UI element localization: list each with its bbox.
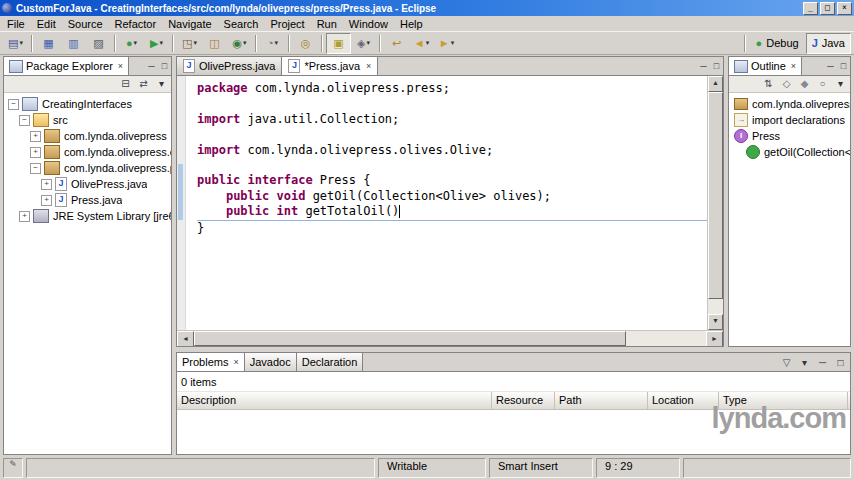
tab-olivepress-java[interactable]: JOlivePress.java: [177, 57, 282, 75]
open-task-button[interactable]: ◔▾: [260, 33, 285, 54]
tree-item[interactable]: +JPress.java: [4, 192, 171, 208]
menu-edit[interactable]: Edit: [31, 17, 62, 31]
editor-vertical-scrollbar[interactable]: ▲ ▼: [707, 76, 723, 330]
close-icon[interactable]: ×: [366, 61, 371, 71]
scroll-left-icon[interactable]: ◄: [177, 331, 194, 347]
expander-icon[interactable]: −: [30, 163, 41, 174]
maximize-view-icon[interactable]: □: [710, 61, 723, 71]
print-button[interactable]: ▨: [86, 33, 111, 54]
tree-item[interactable]: −CreatingInterfaces: [4, 96, 171, 112]
menu-run[interactable]: Run: [311, 17, 343, 31]
minimize-view-icon[interactable]: ─: [824, 61, 837, 71]
tab--press-java[interactable]: J*Press.java×: [282, 57, 378, 75]
save-button[interactable]: ▦: [36, 33, 61, 54]
code-line[interactable]: [197, 96, 707, 111]
expander-icon[interactable]: +: [30, 131, 41, 142]
expander-icon[interactable]: +: [41, 195, 52, 206]
hide-non-public-icon[interactable]: ○: [815, 77, 830, 91]
close-window-icon[interactable]: ×: [837, 2, 852, 15]
minimize-view-icon[interactable]: ─: [697, 61, 710, 71]
tab-declaration[interactable]: Declaration: [297, 353, 364, 371]
tab-problems[interactable]: Problems×: [177, 353, 245, 371]
code-line[interactable]: public interface Press {: [197, 173, 707, 188]
expander-icon[interactable]: −: [8, 99, 19, 110]
menu-window[interactable]: Window: [343, 17, 394, 31]
filter-icon[interactable]: ▽: [779, 356, 794, 370]
forward-button[interactable]: ►▾: [434, 33, 459, 54]
outline-tree[interactable]: com.lynda.olivepress.press→import declar…: [729, 93, 850, 346]
view-menu-icon[interactable]: ▾: [154, 77, 169, 91]
maximize-view-icon[interactable]: □: [837, 61, 850, 71]
package-explorer-tab[interactable]: Package Explorer ×: [4, 57, 129, 75]
maximize-view-icon[interactable]: □: [158, 61, 171, 71]
code-line[interactable]: import com.lynda.olivepress.olives.Olive…: [197, 143, 707, 158]
expander-icon[interactable]: +: [19, 211, 30, 222]
minimize-view-icon[interactable]: ─: [145, 61, 158, 71]
column-header-path[interactable]: Path: [555, 392, 648, 409]
new-wizard-button[interactable]: ▤▾: [3, 33, 28, 54]
java-perspective-button[interactable]: JJava: [806, 33, 851, 54]
collapse-all-icon[interactable]: ⊟: [118, 77, 133, 91]
expander-icon[interactable]: −: [19, 115, 30, 126]
editor-horizontal-scrollbar[interactable]: ◄ ►: [177, 330, 723, 346]
scrollbar-thumb[interactable]: [708, 92, 723, 299]
code-line[interactable]: [197, 158, 707, 173]
new-java-project-button[interactable]: ◳▾: [177, 33, 202, 54]
maximize-icon[interactable]: □: [833, 356, 848, 370]
code-line[interactable]: [197, 127, 707, 142]
outline-tab[interactable]: Outline ×: [729, 57, 802, 75]
outline-item[interactable]: getOil(Collection<Olive> olives): [729, 144, 850, 160]
close-icon[interactable]: ×: [118, 61, 123, 71]
menu-refactor[interactable]: Refactor: [109, 17, 163, 31]
menu-help[interactable]: Help: [394, 17, 429, 31]
tree-item[interactable]: +com.lynda.olivepress: [4, 128, 171, 144]
annotation-ruler[interactable]: [177, 76, 186, 330]
new-class-button[interactable]: ◉▾: [227, 33, 252, 54]
save-all-button[interactable]: ▥: [61, 33, 86, 54]
tree-item[interactable]: +JOlivePress.java: [4, 176, 171, 192]
scrollbar-thumb[interactable]: [194, 331, 626, 346]
expander-icon[interactable]: +: [41, 179, 52, 190]
menu-project[interactable]: Project: [264, 17, 310, 31]
scrollbar-track[interactable]: [626, 331, 706, 346]
run-button[interactable]: ▶▾: [144, 33, 169, 54]
close-icon[interactable]: ×: [233, 357, 238, 367]
menu-file[interactable]: File: [1, 17, 31, 31]
outline-item[interactable]: →import declarations: [729, 112, 850, 128]
column-header-location[interactable]: Location: [648, 392, 719, 409]
link-with-editor-icon[interactable]: ⇄: [136, 77, 151, 91]
search-button[interactable]: ◎: [293, 33, 318, 54]
tree-item[interactable]: +com.lynda.olivepress.olives: [4, 144, 171, 160]
new-package-button[interactable]: ◫: [202, 33, 227, 54]
title-bar[interactable]: CustomForJava - CreatingInterfaces/src/c…: [0, 0, 854, 16]
scroll-right-icon[interactable]: ►: [706, 331, 723, 347]
code-line[interactable]: public int getTotalOil(): [197, 204, 707, 220]
code-area[interactable]: package com.lynda.olivepress.press;impor…: [186, 76, 707, 330]
scrollbar-track[interactable]: [708, 299, 723, 314]
debug-button[interactable]: ●▾: [119, 33, 144, 54]
menu-search[interactable]: Search: [218, 17, 265, 31]
minimize-icon[interactable]: ─: [815, 356, 830, 370]
package-tree[interactable]: −CreatingInterfaces−src+com.lynda.olivep…: [4, 93, 171, 454]
menu-source[interactable]: Source: [62, 17, 109, 31]
code-line[interactable]: }: [197, 221, 707, 236]
tree-item[interactable]: +JRE System Library [jre6]: [4, 208, 171, 224]
maximize-window-icon[interactable]: □: [820, 2, 835, 15]
debug-perspective-button[interactable]: ●Debug: [750, 33, 805, 54]
outline-item[interactable]: com.lynda.olivepress.press: [729, 96, 850, 112]
outline-item[interactable]: IPress: [729, 128, 850, 144]
view-menu-icon[interactable]: ▾: [797, 356, 812, 370]
mark-occurrences-button[interactable]: ▣: [326, 33, 351, 54]
scroll-up-icon[interactable]: ▲: [708, 76, 723, 92]
tab-javadoc[interactable]: Javadoc: [245, 353, 297, 371]
tree-item[interactable]: −src: [4, 112, 171, 128]
expander-icon[interactable]: +: [30, 147, 41, 158]
annotations-button[interactable]: ◈▾: [351, 33, 376, 54]
menu-navigate[interactable]: Navigate: [162, 17, 217, 31]
tree-item[interactable]: −com.lynda.olivepress.press: [4, 160, 171, 176]
close-icon[interactable]: ×: [791, 61, 796, 71]
scroll-down-icon[interactable]: ▼: [708, 314, 723, 330]
column-header-description[interactable]: Description: [177, 392, 492, 409]
back-button[interactable]: ◄▾: [409, 33, 434, 54]
sort-icon[interactable]: ⇅: [761, 77, 776, 91]
